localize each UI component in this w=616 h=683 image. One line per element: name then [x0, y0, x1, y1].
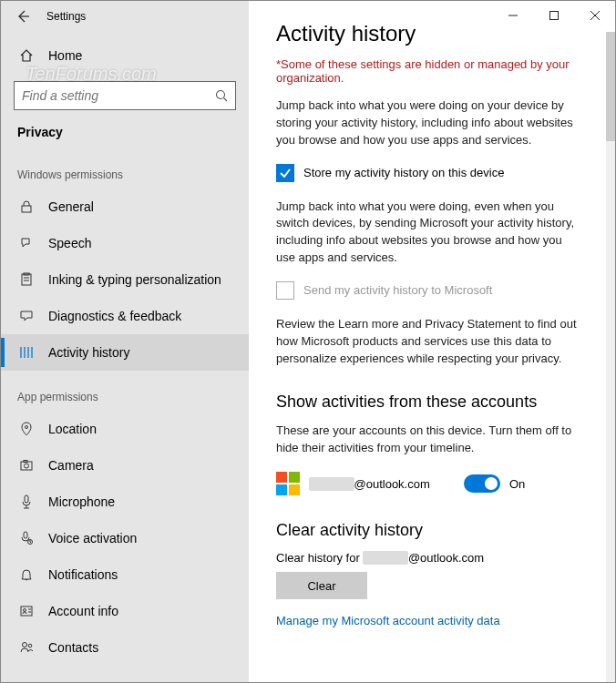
nav-inking[interactable]: Inking & typing personalization [1, 261, 249, 298]
nav-microphone[interactable]: Microphone [1, 484, 249, 520]
store-history-checkbox[interactable] [276, 164, 294, 182]
scrollbar[interactable] [606, 32, 615, 682]
org-warning: *Some of these settings are hidden or ma… [276, 57, 579, 85]
svg-point-13 [23, 643, 27, 647]
clear-button[interactable]: Clear [276, 572, 367, 599]
account-email: xxxxxxx@outlook.com [309, 477, 464, 491]
redacted-text: xxxxxxx [309, 477, 354, 491]
accounts-header: Show activities from these accounts [276, 392, 579, 412]
contacts-icon [17, 640, 36, 655]
nav-camera[interactable]: Camera [1, 447, 249, 484]
lock-icon [17, 199, 36, 214]
send-history-checkbox [276, 281, 294, 300]
camera-icon [17, 458, 36, 473]
voice-icon [17, 531, 36, 545]
page-title: Activity history [276, 21, 579, 46]
svg-rect-1 [22, 206, 31, 212]
nav-label: Speech [48, 236, 91, 250]
microphone-icon [17, 494, 36, 509]
speech-icon [17, 236, 36, 250]
intro-text-1: Jump back into what you were doing on yo… [276, 97, 579, 149]
nav-label: General [48, 199, 94, 214]
location-icon [17, 422, 36, 436]
clipboard-icon [17, 272, 36, 287]
window-title: Settings [46, 10, 86, 23]
send-history-checkbox-row: Send my activity history to Microsoft [276, 281, 579, 300]
accounts-desc: These are your accounts on this device. … [276, 423, 579, 457]
svg-rect-5 [21, 462, 32, 470]
scroll-thumb[interactable] [606, 32, 615, 141]
nav-label: Voice activation [48, 531, 137, 545]
review-text: Review the Learn more and Privacy Statem… [276, 316, 579, 368]
svg-point-6 [25, 464, 29, 468]
search-icon [215, 89, 228, 102]
account-icon [17, 604, 36, 618]
account-row: xxxxxxx@outlook.com On [276, 472, 579, 495]
clear-header: Clear activity history [276, 521, 579, 540]
nav-activity-history[interactable]: Activity history [1, 334, 249, 371]
home-icon [17, 48, 36, 63]
microsoft-logo-icon [276, 472, 300, 495]
content-pane: Activity history *Some of these settings… [249, 1, 606, 682]
store-history-label: Store my activity history on this device [303, 166, 504, 179]
svg-rect-9 [24, 532, 27, 538]
nav-label: Contacts [48, 640, 98, 655]
nav-location[interactable]: Location [1, 411, 249, 447]
manage-account-link[interactable]: Manage my Microsoft account activity dat… [276, 614, 579, 627]
nav-label: Location [48, 422, 97, 436]
svg-rect-8 [25, 495, 28, 503]
svg-point-4 [26, 426, 28, 429]
send-history-label: Send my activity history to Microsoft [303, 283, 492, 297]
activity-icon [17, 345, 36, 360]
svg-point-14 [28, 644, 32, 647]
nav-contacts[interactable]: Contacts [1, 629, 249, 666]
intro-text-2: Jump back into what you were doing, even… [276, 199, 579, 267]
store-history-checkbox-row[interactable]: Store my activity history on this device [276, 164, 579, 182]
section-windows-permissions: Windows permissions [1, 148, 249, 189]
home-label: Home [48, 48, 82, 63]
back-button[interactable] [5, 1, 41, 32]
svg-point-0 [217, 91, 225, 99]
nav-label: Activity history [48, 345, 129, 360]
home-nav[interactable]: Home [1, 37, 249, 74]
nav-label: Inking & typing personalization [48, 272, 221, 287]
toggle-state-label: On [509, 477, 525, 491]
svg-rect-11 [21, 607, 32, 616]
nav-label: Microphone [48, 494, 115, 509]
svg-rect-2 [22, 274, 31, 285]
clear-history-label: Clear history for xxxxxxx@outlook.com [276, 551, 579, 565]
account-toggle[interactable] [464, 474, 500, 493]
nav-diagnostics[interactable]: Diagnostics & feedback [1, 298, 249, 334]
svg-point-12 [24, 609, 26, 612]
section-app-permissions: App permissions [1, 371, 249, 411]
nav-label: Camera [48, 458, 94, 473]
nav-notifications[interactable]: Notifications [1, 556, 249, 593]
titlebar: Settings [1, 1, 249, 32]
search-box[interactable] [14, 81, 236, 110]
nav-label: Account info [48, 604, 118, 618]
nav-label: Diagnostics & feedback [48, 309, 181, 323]
nav-general[interactable]: General [1, 189, 249, 225]
redacted-text: xxxxxxx [363, 551, 408, 565]
nav-account-info[interactable]: Account info [1, 593, 249, 629]
category-label: Privacy [1, 121, 249, 148]
nav-voice-activation[interactable]: Voice activation [1, 520, 249, 556]
nav-label: Notifications [48, 567, 118, 582]
search-input[interactable] [22, 88, 215, 103]
nav-speech[interactable]: Speech [1, 225, 249, 261]
feedback-icon [17, 309, 36, 323]
bell-icon [17, 567, 36, 582]
